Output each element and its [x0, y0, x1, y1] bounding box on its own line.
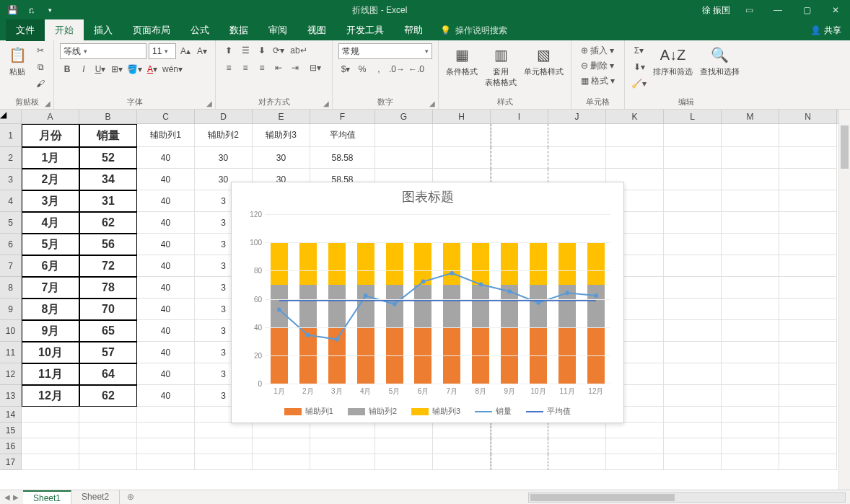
cell[interactable]	[606, 124, 664, 147]
cell[interactable]	[779, 255, 837, 277]
copy-button[interactable]: ⧉	[33, 60, 48, 74]
cell[interactable]	[606, 454, 664, 470]
cell[interactable]	[722, 212, 779, 234]
sheet-tab-2[interactable]: Sheet2	[71, 490, 120, 505]
align-right-button[interactable]: ≡	[255, 61, 269, 75]
cell[interactable]: 6月	[22, 255, 79, 277]
cell[interactable]: 40	[137, 320, 195, 342]
cell[interactable]: 2月	[22, 169, 79, 190]
comma-button[interactable]: ,	[372, 62, 386, 76]
cell[interactable]: 5月	[22, 234, 79, 255]
sheet-prev-icon[interactable]: ◀	[4, 493, 10, 501]
cell[interactable]: 30	[253, 147, 310, 169]
tab-file[interactable]: 文件	[6, 19, 45, 41]
cell[interactable]	[664, 169, 722, 190]
cell[interactable]: 辅助列3	[253, 124, 310, 147]
column-header[interactable]: I	[491, 110, 548, 123]
cell[interactable]	[491, 423, 548, 438]
row-header[interactable]: 6	[0, 234, 22, 255]
cell[interactable]: 3月	[22, 190, 79, 212]
font-color-button[interactable]: A▾	[145, 62, 159, 76]
merge-button[interactable]: ⊟▾	[304, 61, 326, 75]
cell[interactable]	[779, 147, 837, 169]
qat-dropdown-icon[interactable]: ▾	[43, 4, 56, 17]
tab-dev[interactable]: 开发工具	[336, 19, 394, 41]
cell[interactable]: 72	[79, 255, 137, 277]
cell[interactable]	[79, 438, 137, 454]
column-header[interactable]: E	[253, 110, 310, 123]
column-header[interactable]: G	[375, 110, 433, 123]
cell[interactable]	[375, 124, 433, 147]
undo-icon[interactable]: ⎌	[25, 4, 38, 17]
cell[interactable]: 31	[79, 190, 137, 212]
cell[interactable]	[375, 423, 433, 438]
row-header[interactable]: 8	[0, 277, 22, 299]
cell[interactable]	[195, 438, 253, 454]
cell[interactable]	[253, 423, 310, 438]
row-header[interactable]: 13	[0, 385, 22, 407]
cell[interactable]	[779, 454, 837, 470]
maximize-icon[interactable]: ▢	[792, 0, 821, 20]
font-size-combo[interactable]: 11▾	[149, 43, 176, 59]
align-top-button[interactable]: ⬆	[222, 43, 236, 58]
select-all-corner[interactable]: ◢	[0, 110, 22, 123]
paste-button[interactable]: 📋 粘贴	[6, 43, 29, 79]
column-header[interactable]: H	[433, 110, 491, 123]
share-button[interactable]: 👤 共享	[810, 25, 841, 37]
cell[interactable]	[137, 454, 195, 470]
cell[interactable]	[779, 299, 837, 320]
cell[interactable]	[779, 190, 837, 212]
cell[interactable]	[664, 299, 722, 320]
vscroll-thumb[interactable]	[841, 125, 849, 169]
cell[interactable]	[779, 407, 837, 423]
cell[interactable]: 40	[137, 299, 195, 320]
fill-color-button[interactable]: 🪣▾	[126, 62, 143, 76]
cell[interactable]	[722, 385, 779, 407]
cell[interactable]: 40	[137, 212, 195, 234]
cell[interactable]	[722, 342, 779, 363]
cell[interactable]	[22, 454, 79, 470]
cell[interactable]	[22, 423, 79, 438]
inc-decimal-button[interactable]: .0→	[388, 62, 406, 76]
cell[interactable]	[779, 423, 837, 438]
cell[interactable]	[722, 190, 779, 212]
row-header[interactable]: 5	[0, 212, 22, 234]
column-header[interactable]: N	[779, 110, 837, 123]
cell[interactable]	[722, 299, 779, 320]
cell[interactable]: 40	[137, 169, 195, 190]
chart-plot-area[interactable]: 020406080100120	[265, 214, 610, 384]
row-header[interactable]: 15	[0, 423, 22, 438]
cell[interactable]: 1月	[22, 147, 79, 169]
cell[interactable]	[779, 385, 837, 407]
row-header[interactable]: 2	[0, 147, 22, 169]
column-header[interactable]: M	[722, 110, 779, 123]
border-button[interactable]: ⊞▾	[110, 62, 124, 76]
cell[interactable]: 辅助列2	[195, 124, 253, 147]
legend-item[interactable]: 辅助列2	[348, 406, 397, 417]
minimize-icon[interactable]: —	[763, 0, 792, 20]
align-left-button[interactable]: ≡	[222, 61, 236, 75]
cell[interactable]	[664, 320, 722, 342]
orientation-button[interactable]: ⟳▾	[271, 43, 286, 58]
align-bottom-button[interactable]: ⬇	[255, 43, 269, 58]
row-header[interactable]: 9	[0, 299, 22, 320]
cell[interactable]: 40	[137, 147, 195, 169]
row-header[interactable]: 7	[0, 255, 22, 277]
inc-indent-button[interactable]: ⇥	[288, 61, 302, 75]
cell[interactable]: 平均值	[310, 124, 375, 147]
cell[interactable]: 34	[79, 169, 137, 190]
cell[interactable]: 7月	[22, 277, 79, 299]
cut-button[interactable]: ✂	[33, 43, 48, 58]
cell[interactable]	[779, 320, 837, 342]
horizontal-scrollbar[interactable]	[528, 492, 846, 503]
cell[interactable]	[664, 190, 722, 212]
wrap-text-button[interactable]: ab↵	[288, 43, 310, 58]
cell[interactable]: 64	[79, 363, 137, 385]
chart-title[interactable]: 图表标题	[232, 182, 623, 210]
cell[interactable]: 30	[195, 147, 253, 169]
underline-button[interactable]: U▾	[93, 62, 108, 76]
tab-home[interactable]: 开始	[45, 19, 84, 41]
fill-button[interactable]: ⬇▾	[631, 60, 647, 74]
cell[interactable]: 65	[79, 320, 137, 342]
align-middle-button[interactable]: ☰	[238, 43, 253, 58]
